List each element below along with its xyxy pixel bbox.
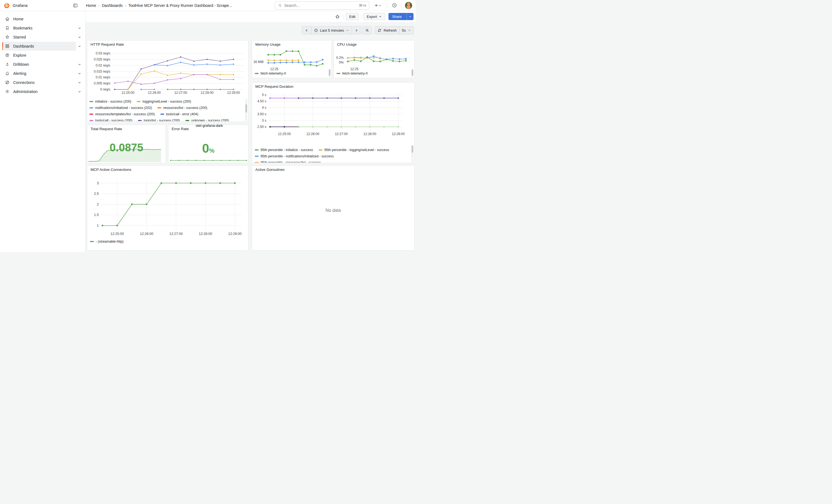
panel-title[interactable]: HTTP Request Rate <box>90 43 124 47</box>
legend-item[interactable]: 95th percentile - initialize - success <box>255 148 313 152</box>
sidebar-item-label: Bookmarks <box>13 26 32 30</box>
legend-item[interactable]: resources/list - success (200) <box>157 106 207 110</box>
bell-icon <box>5 71 10 76</box>
svg-text:2.50 s: 2.50 s <box>257 125 266 129</box>
scrollbar-thumb[interactable] <box>329 70 331 76</box>
chart-legend: - (streamable-http) <box>90 238 244 246</box>
legend-swatch <box>255 162 259 163</box>
time-range-picker[interactable]: Last 5 minutes <box>311 26 352 34</box>
scrollbar-thumb[interactable] <box>412 70 413 76</box>
sidebar-item-connections[interactable]: Connections <box>2 78 76 87</box>
stat-number: 0 <box>202 141 209 155</box>
panel-title[interactable]: MCP Request Duration <box>255 84 293 88</box>
legend-label: logging/setLevel - success (200) <box>142 100 191 103</box>
legend-item[interactable]: fetch-telemetry-0 <box>255 72 286 75</box>
stat-value: 0% <box>168 141 248 156</box>
sidebar-item-drilldown[interactable]: Drilldown <box>2 60 76 69</box>
legend-item[interactable]: initialize - success (200) <box>89 100 131 103</box>
grafana-logo <box>4 2 10 8</box>
sidebar-item-administration[interactable]: Administration <box>2 87 76 96</box>
time-forward-button[interactable] <box>352 26 361 34</box>
legend-item[interactable]: notifications/initialized - success (202… <box>89 106 152 110</box>
refresh-label: Refresh <box>384 28 396 32</box>
svg-text:12:25:00: 12:25:00 <box>110 232 124 236</box>
legend-label: tools/call - success (200) <box>95 118 132 122</box>
no-data-message: No data <box>252 166 414 250</box>
legend-label: tools/list - success (200) <box>144 118 180 122</box>
chevron-down-icon[interactable] <box>78 35 81 39</box>
sidebar-item-dashboards[interactable]: Dashboards <box>2 42 76 51</box>
chevron-down-icon <box>409 15 412 18</box>
breadcrumb-current: ToolHive MCP Server & Proxy Runner Dashb… <box>128 3 232 8</box>
svg-text:0.2%: 0.2% <box>336 56 344 60</box>
legend-item[interactable]: tools/call - success (200) <box>89 118 132 122</box>
help-button[interactable]: ? <box>390 2 398 9</box>
chevron-down-icon[interactable] <box>78 62 81 66</box>
legend-item[interactable]: - (streamable-http) <box>90 240 124 243</box>
legend-item[interactable]: unknown - success (200) <box>185 118 229 122</box>
svg-text:12:27:00: 12:27:00 <box>174 91 187 95</box>
panel-error-rate: Error Rate 0% <box>168 125 249 163</box>
export-button[interactable]: Export <box>363 13 386 20</box>
svg-text:12:25:00: 12:25:00 <box>122 91 134 95</box>
zoom-out-button[interactable] <box>362 26 372 34</box>
share-button[interactable]: Share <box>389 13 414 20</box>
scrollbar-thumb[interactable] <box>412 145 413 153</box>
breadcrumb-home[interactable]: Home <box>86 3 96 8</box>
legend-item[interactable]: tools/call - error (404) <box>160 112 198 116</box>
time-back-button[interactable] <box>302 26 311 34</box>
chevron-down-icon[interactable] <box>78 44 81 48</box>
share-menu-button[interactable] <box>407 13 413 20</box>
star-icon <box>5 35 10 39</box>
edit-button[interactable]: Edit <box>346 13 359 20</box>
sidebar-item-alerting[interactable]: Alerting <box>2 69 76 78</box>
share-label[interactable]: Share <box>389 13 405 20</box>
legend-label: notifications/initialized - success (202… <box>95 106 152 110</box>
sidebar-item-home[interactable]: Home <box>2 15 81 23</box>
legend-item[interactable]: 95th percentile - notifications/initiali… <box>255 154 334 158</box>
panel-title[interactable]: Memory Usage <box>255 43 281 47</box>
legend-item[interactable]: resources/templates/list - success (200) <box>89 112 155 116</box>
svg-text:1: 1 <box>97 224 99 228</box>
favorite-star-button[interactable] <box>334 12 341 20</box>
add-button[interactable] <box>372 2 384 9</box>
sidebar-toggle-button[interactable] <box>72 2 79 9</box>
svg-text:5 s: 5 s <box>262 93 266 97</box>
sidebar-item-label: Starred <box>13 35 26 39</box>
sidebar-item-bookmarks[interactable]: Bookmarks <box>2 24 76 32</box>
panel-title[interactable]: MCP Active Connections <box>90 167 131 172</box>
sidebar-item-explore[interactable]: Explore <box>2 51 81 60</box>
chevron-down-icon[interactable] <box>78 81 81 84</box>
legend-item[interactable]: 95th percentile - logging/setLevel - suc… <box>319 148 389 152</box>
divider <box>401 3 402 8</box>
dashboards-icon <box>5 44 10 48</box>
legend-item[interactable]: logging/setLevel - success (200) <box>137 100 191 103</box>
legend-item[interactable]: 95th percentile - resources/list - succe… <box>255 161 321 163</box>
legend-swatch <box>90 241 94 242</box>
legend-item[interactable]: tools/list - success (200) <box>138 118 180 122</box>
chevron-down-icon[interactable] <box>78 72 81 75</box>
svg-text:12:28:00: 12:28:00 <box>201 91 213 95</box>
plug-icon <box>5 80 10 85</box>
svg-text:12:28:00: 12:28:00 <box>363 132 376 136</box>
panel-cpu-usage: CPU Usage 0.2%0%12:25 fetch-telemetry-0 <box>334 40 415 78</box>
svg-text:12:28:00: 12:28:00 <box>199 232 212 236</box>
breadcrumb-dashboards[interactable]: Dashboards <box>102 3 123 8</box>
search-placeholder: Search... <box>284 3 357 8</box>
refresh-button[interactable]: Refresh <box>375 26 399 34</box>
scrollbar-thumb[interactable] <box>245 104 247 112</box>
chevron-down-icon[interactable] <box>78 26 81 30</box>
panel-title[interactable]: CPU Usage <box>337 43 357 47</box>
chevron-down-icon[interactable] <box>78 90 81 94</box>
sidebar-item-label: Explore <box>13 53 26 57</box>
svg-text:3 s: 3 s <box>262 118 266 123</box>
sidebar-item-starred[interactable]: Starred <box>2 33 76 42</box>
legend-label: fetch-telemetry-0 <box>342 72 368 75</box>
avatar[interactable] <box>405 2 412 9</box>
search-input[interactable]: Search... ⌘+k <box>275 1 369 10</box>
legend-item[interactable]: fetch-telemetry-0 <box>337 72 368 75</box>
panel-mcp-request-duration: MCP Request Duration 5 s4.50 s4 s3.50 s3… <box>252 82 415 163</box>
refresh-interval-picker[interactable]: 5s <box>399 26 414 34</box>
gear-icon <box>5 89 10 94</box>
sidebar-item-label: Connections <box>13 80 35 85</box>
